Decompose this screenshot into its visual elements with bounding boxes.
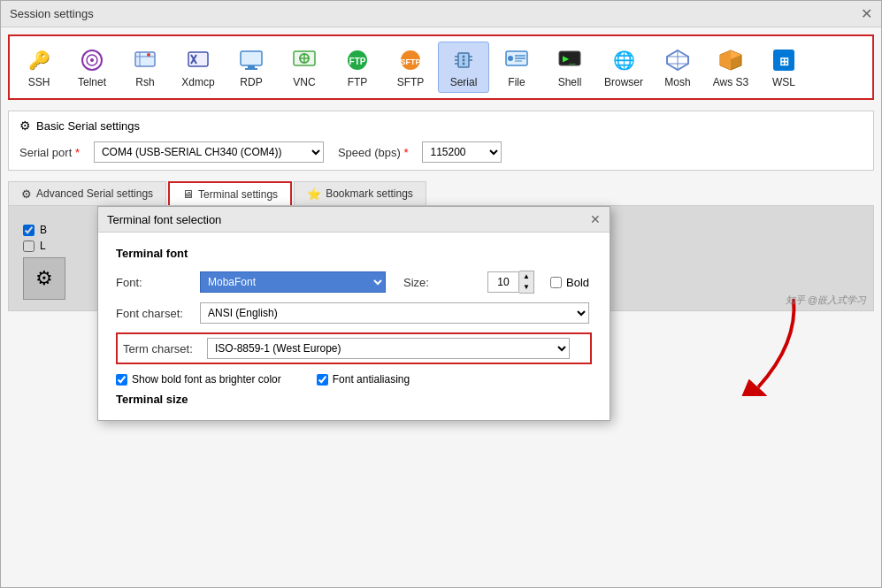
show-bold-checkbox-group: Show bold font as brighter color xyxy=(116,373,281,386)
font-antialiasing-label: Font antialiasing xyxy=(333,373,410,386)
toolbar-item-file[interactable]: File xyxy=(491,42,542,92)
serial-port-select[interactable]: COM4 (USB-SERIAL CH340 (COM4)) xyxy=(94,141,324,163)
svg-text:SFTP: SFTP xyxy=(400,57,420,66)
toolbar-item-ftp[interactable]: FTP FTP xyxy=(332,42,383,92)
tab-content-area: B L ⚙ Terminal font selection ✕ xyxy=(8,205,874,311)
session-settings-window: Session settings ✕ 🔑 SSH Telnet Rsh xyxy=(0,0,882,588)
awss3-label: Aws S3 xyxy=(713,76,748,88)
serial-label: Serial xyxy=(450,76,478,88)
toolbar-item-serial[interactable]: Serial xyxy=(438,42,489,93)
rdp-icon xyxy=(237,46,265,74)
size-input[interactable]: 10 xyxy=(487,271,519,293)
svg-point-31 xyxy=(508,56,513,61)
toolbar-item-telnet[interactable]: Telnet xyxy=(66,42,118,92)
svg-rect-10 xyxy=(241,51,262,65)
svg-point-2 xyxy=(90,58,94,62)
shell-label: Shell xyxy=(558,76,582,88)
vnc-label: VNC xyxy=(293,76,315,88)
modal-overlay: Terminal font selection ✕ Terminal font … xyxy=(9,206,873,310)
toolbar-item-xdmcp[interactable]: Xdmcp xyxy=(173,42,224,92)
svg-point-22 xyxy=(463,56,465,58)
modal-title: Terminal font selection xyxy=(107,213,221,226)
show-bold-label: Show bold font as brighter color xyxy=(132,373,281,386)
terminal-size-label: Terminal size xyxy=(116,393,592,406)
modal-close-button[interactable]: ✕ xyxy=(590,212,601,226)
session-type-toolbar: 🔑 SSH Telnet Rsh Xdmcp xyxy=(8,34,874,100)
svg-point-6 xyxy=(147,53,150,57)
bold-checkbox[interactable] xyxy=(550,277,562,288)
browser-label: Browser xyxy=(604,76,643,88)
basic-serial-title: Basic Serial settings xyxy=(36,119,140,133)
modal-font-row: Font: MobaFont Size: 10 ▲ ▼ xyxy=(116,271,592,294)
serial-port-label: Serial port * xyxy=(19,146,80,159)
toolbar-item-wsl[interactable]: ⊞ WSL xyxy=(758,42,809,92)
toolbar-item-browser[interactable]: 🌐 Browser xyxy=(597,42,650,92)
toolbar-item-shell[interactable]: ▶_ Shell xyxy=(544,42,595,92)
ftp-icon: FTP xyxy=(343,46,372,74)
window-close-button[interactable]: ✕ xyxy=(861,7,872,21)
advanced-serial-tab-label: Advanced Serial settings xyxy=(36,187,153,200)
title-bar: Session settings ✕ xyxy=(1,1,881,27)
advanced-tabs-section: ⚙ Advanced Serial settings 🖥 Terminal se… xyxy=(8,181,874,311)
svg-rect-11 xyxy=(248,65,255,68)
tab-bookmark-settings[interactable]: ⭐ Bookmark settings xyxy=(294,181,426,205)
svg-marker-41 xyxy=(720,50,731,70)
speed-label: Speed (bps) * xyxy=(338,146,409,159)
file-label: File xyxy=(508,76,525,88)
modal-font-charset-label: Font charset: xyxy=(116,307,191,320)
toolbar-item-rsh[interactable]: Rsh xyxy=(119,42,171,92)
sftp-label: SFTP xyxy=(397,76,425,88)
speed-select[interactable]: 115200 xyxy=(422,141,502,163)
ssh-icon: 🔑 xyxy=(25,46,53,74)
browser-icon: 🌐 xyxy=(610,46,638,74)
font-select[interactable]: MobaFont xyxy=(200,271,386,293)
rdp-label: RDP xyxy=(240,76,262,88)
serial-icon xyxy=(449,46,478,74)
ftp-label: FTP xyxy=(348,76,368,88)
modal-font-label: Font: xyxy=(116,276,191,289)
bookmark-settings-tab-icon: ⭐ xyxy=(307,187,321,201)
svg-rect-7 xyxy=(188,52,208,66)
watermark: 知乎 @嵌入式学习 xyxy=(786,294,866,307)
tab-terminal-settings[interactable]: 🖥 Terminal settings xyxy=(168,181,292,205)
svg-text:FTP: FTP xyxy=(349,57,366,66)
toolbar-item-ssh[interactable]: 🔑 SSH xyxy=(13,42,65,92)
spinner-down-button[interactable]: ▼ xyxy=(519,282,533,293)
modal-checkboxes-row: Show bold font as brighter color Font an… xyxy=(116,373,592,386)
spinner-up-button[interactable]: ▲ xyxy=(519,271,533,282)
terminal-settings-tab-icon: 🖥 xyxy=(182,187,194,201)
svg-rect-3 xyxy=(135,52,155,66)
telnet-icon xyxy=(78,46,106,74)
font-charset-select[interactable]: ANSI (English) xyxy=(200,302,589,324)
shell-icon: ▶_ xyxy=(556,46,584,74)
svg-point-24 xyxy=(463,63,465,65)
modal-title-bar: Terminal font selection ✕ xyxy=(98,207,610,233)
telnet-label: Telnet xyxy=(78,76,106,88)
toolbar-item-mosh[interactable]: Mosh xyxy=(652,42,703,92)
font-antialiasing-checkbox-group: Font antialiasing xyxy=(317,373,410,386)
show-bold-checkbox[interactable] xyxy=(116,374,127,386)
rsh-icon xyxy=(131,46,159,74)
toolbar-item-vnc[interactable]: VNC xyxy=(279,42,330,92)
spinner-buttons: ▲ ▼ xyxy=(519,271,534,294)
wsl-icon: ⊞ xyxy=(770,46,798,74)
toolbar-item-sftp[interactable]: SFTP SFTP xyxy=(385,42,436,92)
xdmcp-icon xyxy=(184,46,212,74)
mosh-label: Mosh xyxy=(664,76,690,88)
toolbar-item-awss3[interactable]: Aws S3 xyxy=(705,42,756,92)
modal-terminal-font-title: Terminal font xyxy=(116,247,592,260)
bold-label: Bold xyxy=(566,276,589,289)
modal-body: Terminal font Font: MobaFont Size: 10 xyxy=(98,233,610,420)
basic-serial-header: ⚙ Basic Serial settings xyxy=(19,118,863,133)
size-spinner: 10 ▲ ▼ xyxy=(487,271,534,294)
tabs-bar: ⚙ Advanced Serial settings 🖥 Terminal se… xyxy=(8,181,874,205)
toolbar-item-rdp[interactable]: RDP xyxy=(226,42,277,92)
terminal-settings-tab-label: Terminal settings xyxy=(198,188,278,201)
svg-rect-12 xyxy=(245,68,257,70)
basic-serial-icon: ⚙ xyxy=(19,118,31,133)
term-charset-select[interactable]: ISO-8859-1 (West Europe) xyxy=(207,338,570,359)
modal-size-label: Size: xyxy=(403,276,479,289)
rsh-label: Rsh xyxy=(135,76,154,88)
tab-advanced-serial[interactable]: ⚙ Advanced Serial settings xyxy=(8,181,166,205)
font-antialiasing-checkbox[interactable] xyxy=(317,374,328,386)
